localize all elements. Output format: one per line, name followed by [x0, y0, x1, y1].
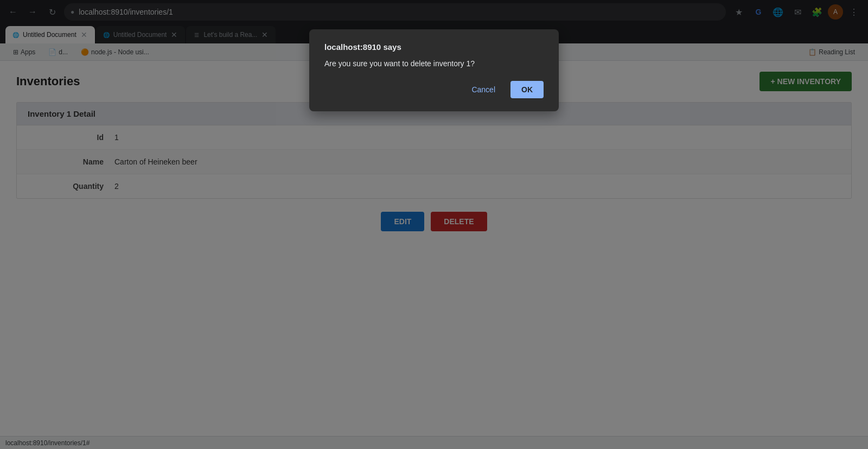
dialog-actions: Cancel OK — [324, 81, 544, 98]
dialog-overlay: localhost:8910 says Are you sure you wan… — [0, 0, 868, 449]
dialog-ok-button[interactable]: OK — [510, 81, 544, 98]
dialog-title: localhost:8910 says — [324, 42, 544, 52]
dialog-message: Are you sure you want to delete inventor… — [324, 59, 544, 68]
dialog-box: localhost:8910 says Are you sure you wan… — [309, 29, 559, 111]
dialog-cancel-button[interactable]: Cancel — [463, 81, 504, 98]
